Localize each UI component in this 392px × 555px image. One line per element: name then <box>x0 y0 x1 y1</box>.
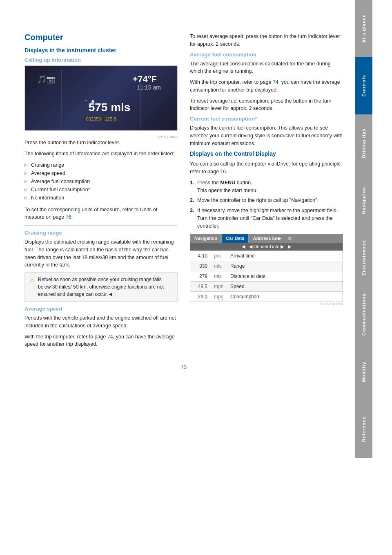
cell-unit-1: pm <box>211 252 227 260</box>
tab-label-entertainment: Entertainment <box>361 240 366 275</box>
table-row: 279 mls Distance to dest. <box>190 271 343 281</box>
main-heading: Computer <box>24 33 178 42</box>
cruising-range-text: Displays the estimated cruising range av… <box>24 238 178 269</box>
sidebar-tab-entertainment[interactable]: Entertainment <box>355 229 372 286</box>
nav-table-header: Navigation Car Data Address bo▶ ⚙ <box>190 234 343 243</box>
image-caption-left: C2CN1A0N5 <box>24 135 178 139</box>
step-3: If necessary, move the highlight marker … <box>190 207 343 230</box>
cell-unit-4: mph <box>211 283 227 290</box>
list-item: Current fuel consumption* <box>24 186 178 194</box>
control-display-heading: Displays on the Control Display <box>190 150 343 157</box>
sidebar-tab-navigation[interactable]: Navigation <box>355 172 372 229</box>
press-text: Press the button in the turn indicator l… <box>24 139 178 147</box>
cluster-odometer: 032050 · 125.8 <box>84 116 118 122</box>
cluster-mils: 575 mls <box>89 101 131 114</box>
list-item: Average speed <box>24 169 178 177</box>
step-2: Move the controller to the right to call… <box>190 197 343 204</box>
cell-label-5: Consumption <box>227 293 343 300</box>
tab-label-navigation: Navigation <box>361 187 366 214</box>
nav-table: Navigation Car Data Address bo▶ ⚙ ◀ ◀ On… <box>190 234 343 302</box>
list-item: Average fuel consumption <box>24 177 178 186</box>
divider <box>24 225 178 226</box>
following-text: The following items of information are d… <box>24 150 178 158</box>
cell-unit-5: mpg <box>211 293 227 300</box>
cell-value-3: 279 <box>190 273 211 280</box>
menu-bold: MENU <box>220 180 235 186</box>
sidebar-tab-communications[interactable]: Communications <box>355 286 372 343</box>
units-text: To set the corresponding units of measur… <box>24 206 178 222</box>
reset-text: To reset average speed: press the button… <box>190 33 343 48</box>
avg-fuel-text-1: The average fuel consumption is calculat… <box>190 60 343 76</box>
list-item: Cruising range <box>24 161 178 169</box>
avg-fuel-page-link[interactable]: 74 <box>273 79 278 85</box>
calling-up-heading: Calling up information <box>24 57 178 63</box>
nav-table-sub-header: ◀ ◀ Onboard info ▶ ▶ <box>190 243 343 251</box>
cluster-temp: +74°F <box>132 74 157 85</box>
image-caption-right: C2GS19E0N5 <box>190 302 343 306</box>
cluster-icon: 🎵📷 <box>37 75 55 84</box>
sidebar-tab-driving-tips[interactable]: Driving tips <box>355 114 372 172</box>
nav-tab-navigation[interactable]: Navigation <box>190 234 222 243</box>
avg-fuel-text-2: With the trip computer, refer to page 74… <box>190 78 343 94</box>
avg-speed-heading: Average speed <box>24 306 178 312</box>
avg-fuel-heading: Average fuel consumption <box>190 51 343 58</box>
right-column: To reset average speed: press the button… <box>190 33 343 351</box>
control-display-page-link[interactable]: 16 <box>220 169 226 175</box>
tab-label-controls: Controls <box>361 75 366 96</box>
units-page-link[interactable]: 76 <box>66 214 71 220</box>
cluster-time: 11:15 am <box>137 84 161 91</box>
table-row: 48,5 mph Speed <box>190 281 343 291</box>
avg-speed-text-1: Periods with the vehicle parked and the … <box>24 314 178 330</box>
cell-value-2: 330 <box>190 262 211 270</box>
cell-label-2: Range <box>227 262 343 270</box>
current-fuel-text: Displays the current fuel consumption. T… <box>190 124 343 147</box>
avg-fuel-text-3: To reset average fuel consumption: press… <box>190 97 343 113</box>
avg-speed-page-link[interactable]: 74 <box>107 334 113 340</box>
table-row: 330 mls Range <box>190 261 343 271</box>
control-display-intro: You can also call up the computer via iD… <box>190 160 343 176</box>
avg-speed-text-2: With the trip computer, refer to page 74… <box>24 333 178 349</box>
sidebar-tab-mobility[interactable]: Mobility <box>355 343 372 401</box>
sidebar-tab-controls[interactable]: Controls <box>355 57 372 114</box>
nav-tab-addressbook[interactable]: Address bo▶ <box>249 234 285 243</box>
instrument-cluster-image: 🎵📷 +74°F 11:15 am → ▲ 575 mls 032050 · 1… <box>24 65 178 131</box>
tab-label-reference: Reference <box>361 416 366 442</box>
warning-text: Refuel as soon as possible once your cru… <box>38 276 173 298</box>
cell-unit-3: mls <box>211 273 227 280</box>
tab-label-at-a-glance: At a glance <box>361 14 366 43</box>
warning-icon: ⚠ <box>29 276 35 298</box>
instrument-cluster-heading: Displays in the instrument cluster <box>24 47 178 54</box>
cell-value-5: 23,0 <box>190 293 211 300</box>
onboard-info-label: ◀ Onboard info ▶ <box>249 244 284 249</box>
current-fuel-heading: Current fuel consumption* <box>190 116 343 122</box>
control-display-steps: Press the MENU button. This opens the st… <box>190 179 343 230</box>
table-row: 4:10 pm Arrival time <box>190 251 343 261</box>
sidebar-tab-reference[interactable]: Reference <box>355 401 372 458</box>
cell-label-4: Speed <box>227 283 343 290</box>
left-column: Computer Displays in the instrument clus… <box>24 33 178 351</box>
nav-tab-cardata[interactable]: Car Data <box>222 234 249 243</box>
nav-next-icon[interactable]: ▶ <box>288 244 291 249</box>
cell-value-1: 4:10 <box>190 252 211 260</box>
cruising-range-heading: Cruising range <box>24 230 178 236</box>
right-sidebar: At a glance Controls Driving tips Naviga… <box>355 0 372 555</box>
tab-label-mobility: Mobility <box>361 362 366 382</box>
cell-value-4: 48,5 <box>190 283 211 290</box>
tab-label-driving-tips: Driving tips <box>361 128 366 158</box>
page-number: 73 <box>24 364 343 370</box>
list-item: No information <box>24 194 178 202</box>
nav-prev-icon[interactable]: ◀ <box>242 244 245 249</box>
step-1: Press the MENU button. This opens the st… <box>190 179 343 195</box>
cell-label-1: Arrival time <box>227 252 343 260</box>
tab-label-communications: Communications <box>361 293 366 336</box>
table-row: 23,0 mpg Consumption <box>190 291 343 302</box>
nav-tab-settings[interactable]: ⚙ <box>285 234 294 243</box>
bullet-list: Cruising range Average speed Average fue… <box>24 161 178 202</box>
cell-unit-2: mls <box>211 262 227 270</box>
warning-box: ⚠ Refuel as soon as possible once your c… <box>24 272 178 302</box>
cell-label-3: Distance to dest. <box>227 273 343 280</box>
sidebar-tab-at-a-glance[interactable]: At a glance <box>355 0 372 57</box>
